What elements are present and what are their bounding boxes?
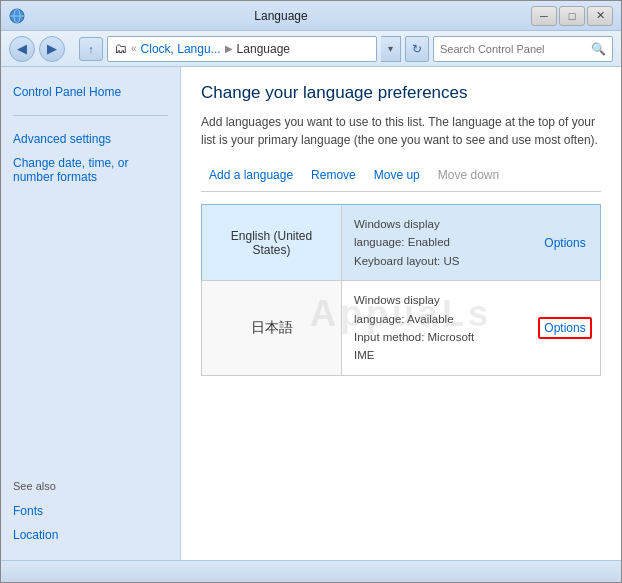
see-also-label: See also: [13, 480, 168, 492]
sidebar-divider: [13, 115, 168, 116]
english-options-cell: Options: [530, 205, 600, 280]
japanese-info-text: Windows displaylanguage: AvailableInput …: [354, 291, 474, 365]
address-bar: ◀ ▶ ↑ 🗂 « Clock, Langu... ▶ Language ▾ ↻…: [1, 31, 621, 67]
refresh-button[interactable]: ↻: [405, 36, 429, 62]
sidebar-item-date[interactable]: Change date, time, or number formats: [13, 154, 168, 186]
japanese-options-cell: Options: [530, 281, 600, 375]
breadcrumb-current: Language: [237, 42, 290, 56]
english-info-text: Windows displaylanguage: EnabledKeyboard…: [354, 215, 459, 270]
sidebar-item-home[interactable]: Control Panel Home: [13, 83, 168, 101]
search-icon[interactable]: 🔍: [591, 42, 606, 56]
breadcrumb: 🗂 « Clock, Langu... ▶ Language: [107, 36, 377, 62]
breadcrumb-icon: 🗂: [114, 41, 127, 56]
breadcrumb-prefix: «: [131, 43, 137, 54]
page-title: Change your language preferences: [201, 83, 601, 103]
back-button[interactable]: ◀: [9, 36, 35, 62]
search-input[interactable]: [440, 43, 587, 55]
language-info-japanese: Windows displaylanguage: AvailableInput …: [342, 281, 530, 375]
move-up-button[interactable]: Move up: [366, 165, 428, 185]
language-name-japanese: 日本語: [202, 281, 342, 375]
japanese-native-name: 日本語: [251, 319, 293, 337]
language-name-english: English (UnitedStates): [202, 205, 342, 280]
sidebar: Control Panel Home Advanced settings Cha…: [1, 67, 181, 560]
add-language-button[interactable]: Add a language: [201, 165, 301, 185]
page-description: Add languages you want to use to this li…: [201, 113, 601, 149]
main-content: Control Panel Home Advanced settings Cha…: [1, 67, 621, 560]
sidebar-item-advanced[interactable]: Advanced settings: [13, 130, 168, 148]
content-panel: Change your language preferences Add lan…: [181, 67, 621, 560]
window-title: Language: [31, 9, 531, 23]
minimize-button[interactable]: ─: [531, 6, 557, 26]
move-down-button: Move down: [430, 165, 507, 185]
window-icon: [9, 8, 25, 24]
title-bar: Language ─ □ ✕: [1, 1, 621, 31]
maximize-button[interactable]: □: [559, 6, 585, 26]
window-controls: ─ □ ✕: [531, 6, 613, 26]
english-options-link[interactable]: Options: [544, 236, 585, 250]
breadcrumb-separator: ▶: [225, 43, 233, 54]
language-item-english[interactable]: English (UnitedStates) Windows displayla…: [201, 204, 601, 281]
breadcrumb-parent[interactable]: Clock, Langu...: [141, 42, 221, 56]
language-info-english: Windows displaylanguage: EnabledKeyboard…: [342, 205, 530, 280]
english-display-name: English (UnitedStates): [231, 229, 312, 257]
status-bar: [1, 560, 621, 582]
japanese-options-link[interactable]: Options: [538, 317, 591, 339]
search-box: 🔍: [433, 36, 613, 62]
action-bar: Add a language Remove Move up Move down: [201, 165, 601, 192]
sidebar-item-fonts[interactable]: Fonts: [13, 502, 168, 520]
sidebar-item-location[interactable]: Location: [13, 526, 168, 544]
language-list: English (UnitedStates) Windows displayla…: [201, 204, 601, 375]
up-button[interactable]: ↑: [79, 37, 103, 61]
language-item-japanese[interactable]: 日本語 Windows displaylanguage: AvailableIn…: [201, 280, 601, 376]
forward-button[interactable]: ▶: [39, 36, 65, 62]
close-button[interactable]: ✕: [587, 6, 613, 26]
remove-button[interactable]: Remove: [303, 165, 364, 185]
breadcrumb-dropdown[interactable]: ▾: [381, 36, 401, 62]
main-window: Language ─ □ ✕ ◀ ▶ ↑ 🗂 « Clock, Langu...…: [0, 0, 622, 583]
